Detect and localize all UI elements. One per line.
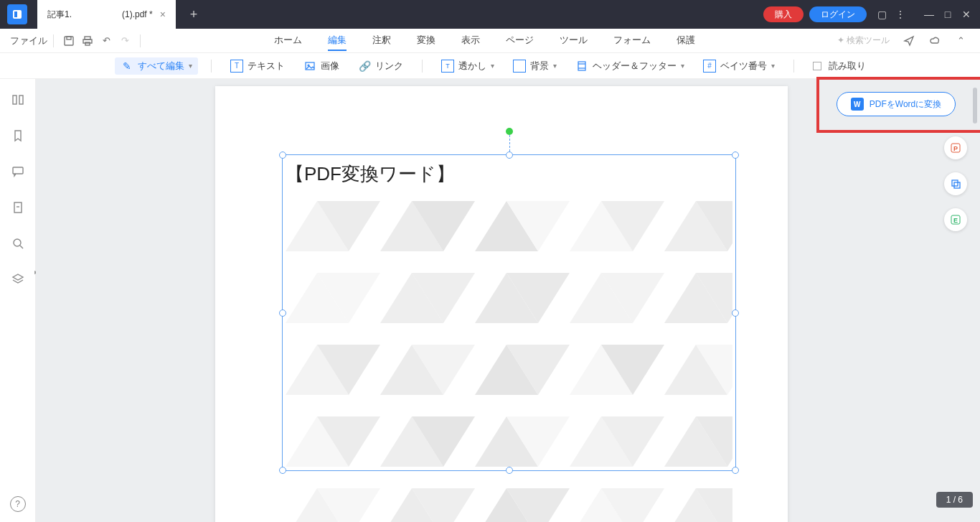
bates-icon: # <box>703 60 716 73</box>
resize-handle-ml[interactable] <box>279 309 286 317</box>
resize-handle-tm[interactable] <box>506 152 513 159</box>
print-icon[interactable] <box>78 32 97 50</box>
layers-icon[interactable] <box>10 271 26 287</box>
window-minimize-icon[interactable]: — <box>920 5 938 24</box>
app-logo-icon[interactable] <box>7 4 27 24</box>
resize-handle-br[interactable] <box>732 467 739 474</box>
resize-handle-bl[interactable] <box>279 467 286 474</box>
chevron-down-icon: ▾ <box>491 62 494 70</box>
panel-toggle-icon[interactable]: ▢ <box>872 5 891 24</box>
word-icon: W <box>851 98 864 111</box>
svg-rect-12 <box>13 95 17 104</box>
bookmarks-icon[interactable] <box>10 128 26 144</box>
window-close-icon[interactable]: ✕ <box>957 5 976 24</box>
search-icon[interactable] <box>10 236 26 251</box>
svg-text:E: E <box>953 217 958 224</box>
page-indicator[interactable]: 1 / 6 <box>936 492 973 508</box>
tab-protect[interactable]: 保護 <box>677 31 695 51</box>
more-menu-icon[interactable]: ⋮ <box>891 5 910 24</box>
help-icon[interactable]: ? <box>10 496 26 512</box>
canvas-area[interactable]: // generated below after data-bind scrip… <box>36 79 822 522</box>
resize-handle-mr[interactable] <box>732 309 739 317</box>
selection-box[interactable] <box>282 154 736 471</box>
login-button[interactable]: ログイン <box>809 6 867 22</box>
link-label: リンク <box>375 60 403 73</box>
bates-label: ベイツ番号 <box>720 60 767 73</box>
pencil-icon: ✎ <box>121 60 133 73</box>
tab-close-icon[interactable]: × <box>160 9 166 20</box>
image-button[interactable]: 画像 <box>298 57 345 75</box>
convert-excel-icon[interactable]: E <box>944 208 967 231</box>
tab-tool[interactable]: ツール <box>560 31 588 51</box>
floating-convert-icons: P E <box>944 136 967 231</box>
cloud-icon[interactable] <box>925 32 944 50</box>
attachments-icon[interactable] <box>10 200 26 215</box>
header-footer-label: ヘッダー＆フッター <box>593 60 677 73</box>
bates-button[interactable]: #ベイツ番号▾ <box>697 57 781 75</box>
window-maximize-icon[interactable]: □ <box>938 5 957 24</box>
svg-rect-9 <box>578 62 585 70</box>
header-footer-icon <box>575 60 588 73</box>
workspace: ? ▸ // generated below after data-bind s… <box>0 79 980 522</box>
text-button[interactable]: Tテキスト <box>225 57 291 75</box>
watermark-button[interactable]: T透かし▾ <box>435 57 500 75</box>
file-menu[interactable]: ファイル <box>10 34 47 47</box>
watermark-label: 透かし <box>458 60 486 73</box>
buy-label: 購入 <box>775 9 792 21</box>
tab-convert[interactable]: 変換 <box>417 31 435 51</box>
edit-all-label: すべて編集 <box>138 60 184 73</box>
copy-icon[interactable] <box>944 172 967 195</box>
resize-handle-tl[interactable] <box>279 152 286 159</box>
chevron-down-icon: ▾ <box>189 62 192 70</box>
send-icon[interactable] <box>900 32 918 50</box>
svg-rect-6 <box>85 42 90 45</box>
image-label: 画像 <box>321 60 339 73</box>
checkbox-icon <box>813 62 821 70</box>
redo-icon[interactable]: ↷ <box>116 32 134 50</box>
background-button[interactable]: 背景▾ <box>507 57 562 75</box>
save-icon[interactable] <box>60 32 78 50</box>
tab-annotate[interactable]: 注釈 <box>372 31 391 51</box>
left-sidebar: ? <box>0 79 36 522</box>
new-tab-button[interactable]: + <box>183 4 204 25</box>
svg-rect-1 <box>14 11 17 17</box>
convert-ppt-icon[interactable]: P <box>944 136 967 159</box>
header-footer-button[interactable]: ヘッダー＆フッター▾ <box>570 57 690 75</box>
page-indicator-label: 1 / 6 <box>946 495 963 505</box>
convert-to-word-label: PDFをWordに変換 <box>870 98 941 111</box>
comments-icon[interactable] <box>10 164 26 180</box>
tab-edit[interactable]: 編集 <box>328 31 347 51</box>
background-icon <box>513 60 526 73</box>
edit-toolbar: ✎ すべて編集 ▾ Tテキスト 画像 🔗リンク T透かし▾ 背景▾ ヘッダー＆フ… <box>0 53 980 79</box>
text-icon: T <box>230 60 243 73</box>
buy-button[interactable]: 購入 <box>763 6 804 22</box>
tab-form[interactable]: フォーム <box>613 31 651 51</box>
readonly-toggle[interactable]: 読み取り <box>807 57 872 75</box>
resize-handle-bm[interactable] <box>506 467 513 474</box>
tab-view[interactable]: 表示 <box>461 31 480 51</box>
readonly-label: 読み取り <box>829 60 866 73</box>
thumbnails-icon[interactable] <box>10 92 26 108</box>
scrollbar[interactable] <box>973 88 977 123</box>
document-tab[interactable]: 記事1. (1).pdf * × <box>37 0 176 29</box>
svg-rect-22 <box>954 182 960 188</box>
convert-to-word-button[interactable]: W PDFをWordに変換 <box>837 92 956 116</box>
search-tool[interactable]: ✦ 検索ツール <box>837 34 890 47</box>
resize-handle-tr[interactable] <box>732 152 739 159</box>
collapse-ribbon-icon[interactable]: ⌃ <box>951 32 970 50</box>
edit-all-button[interactable]: ✎ すべて編集 ▾ <box>115 57 198 75</box>
login-label: ログイン <box>821 9 855 21</box>
tab-title-prefix: 記事1. <box>47 9 72 21</box>
link-button[interactable]: 🔗リンク <box>352 57 409 75</box>
svg-rect-15 <box>14 202 22 213</box>
rotation-handle[interactable] <box>506 128 513 135</box>
tab-page[interactable]: ページ <box>506 31 534 51</box>
svg-text:P: P <box>953 145 958 152</box>
tab-home[interactable]: ホーム <box>274 31 302 51</box>
image-icon <box>303 60 316 73</box>
chevron-down-icon: ▾ <box>771 62 775 70</box>
svg-rect-14 <box>13 167 23 174</box>
undo-icon[interactable]: ↶ <box>97 32 116 50</box>
menubar: ファイル ↶ ↷ ホーム 編集 注釈 変換 表示 ページ ツール フォーム 保護… <box>0 29 980 53</box>
svg-point-17 <box>14 239 21 246</box>
